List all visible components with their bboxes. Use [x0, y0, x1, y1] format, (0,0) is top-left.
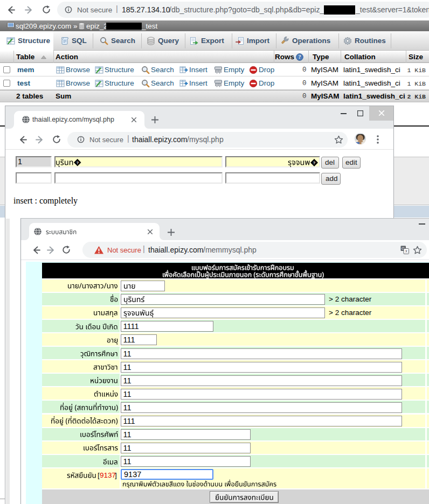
- svg-text:?: ?: [313, 160, 315, 165]
- svg-text:?: ?: [299, 54, 301, 60]
- svg-text:x: x: [405, 248, 408, 254]
- svg-text:?: ?: [76, 160, 79, 165]
